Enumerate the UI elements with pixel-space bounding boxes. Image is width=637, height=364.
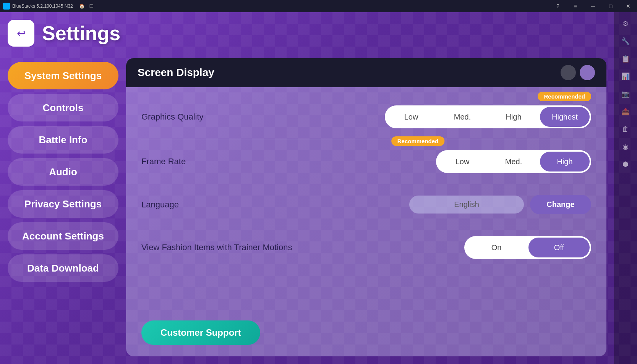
sidebar-item-account-settings[interactable]: Account Settings — [8, 222, 118, 250]
sidebar-icon-7[interactable]: 🗑 — [617, 121, 634, 138]
panel-header: Screen Display — [126, 58, 606, 87]
frame-rate-controls: Recommended Low Med. High — [245, 150, 591, 173]
graphics-quality-label: Graphics Quality — [141, 112, 237, 122]
frame-rate-low-btn[interactable]: Low — [438, 152, 487, 171]
toggle-circle-1[interactable] — [561, 65, 576, 80]
sidebar-item-label-privacy-settings: Privacy Settings — [24, 198, 102, 210]
fashion-items-off-btn[interactable]: Off — [528, 238, 590, 257]
sidebar-icon-4[interactable]: 📊 — [617, 68, 634, 85]
fashion-items-label: View Fashion Items with Trainer Motions — [141, 243, 292, 252]
frame-rate-med-btn[interactable]: Med. — [489, 152, 538, 171]
graphics-quality-controls: Recommended Low Med. High Highest — [245, 105, 591, 128]
sidebar-item-audio[interactable]: Audio — [8, 158, 118, 186]
graphics-quality-btn-group: Low Med. High Highest — [385, 105, 591, 128]
language-change-button[interactable]: Change — [530, 195, 591, 214]
header: ↩ Settings — [0, 12, 614, 54]
sidebar-item-battle-info[interactable]: Battle Info — [8, 126, 118, 154]
panel-header-toggles — [561, 65, 595, 80]
frame-rate-recommended-badge: Recommended — [391, 136, 445, 146]
sidebar-item-label-account-settings: Account Settings — [22, 230, 104, 242]
sidebar-icon-1[interactable]: ⚙ — [617, 15, 634, 32]
sidebar-icon-5[interactable]: 📷 — [617, 86, 634, 102]
fashion-items-on-btn[interactable]: On — [466, 238, 527, 257]
graphics-low-btn[interactable]: Low — [386, 107, 436, 127]
back-icon: ↩ — [17, 27, 26, 40]
app-title: BlueStacks 5.2.100.1045 N32 — [12, 3, 73, 9]
app-background: ↩ Settings ⚙ 🔧 📋 📊 📷 📤 🗑 ◉ ⬢ System Sett… — [0, 12, 637, 364]
graphics-highest-btn[interactable]: Highest — [540, 107, 590, 127]
title-bar-extra-controls: 🏠 ❐ — [78, 3, 95, 10]
fashion-items-row: View Fashion Items with Trainer Motions … — [141, 225, 591, 270]
back-button[interactable]: ↩ — [8, 20, 34, 47]
frame-rate-label: Frame Rate — [141, 157, 237, 167]
sidebar-icon-9[interactable]: ⬢ — [617, 156, 634, 173]
sidebar-icon-2[interactable]: 🔧 — [617, 33, 634, 50]
fashion-items-controls: On Off — [300, 236, 591, 259]
sidebar-item-label-battle-info: Battle Info — [39, 134, 87, 146]
panel-body: Graphics Quality Recommended Low Med. Hi… — [126, 87, 606, 313]
graphics-quality-row: Graphics Quality Recommended Low Med. Hi… — [141, 95, 591, 139]
bluestacks-logo-icon — [3, 3, 10, 10]
language-row: Language English Change — [141, 184, 591, 225]
fashion-items-toggle-group: On Off — [464, 236, 591, 259]
sidebar-icon-3[interactable]: 📋 — [617, 50, 634, 67]
language-controls: English Change — [245, 195, 591, 214]
sidebar-item-label-system-settings: System Settings — [24, 70, 102, 82]
panel-header-title: Screen Display — [138, 66, 214, 79]
toggle-circle-2[interactable] — [580, 65, 595, 80]
title-bar: BlueStacks 5.2.100.1045 N32 🏠 ❐ ? ≡ ─ □ … — [0, 0, 637, 12]
minimize-button[interactable]: ─ — [584, 0, 602, 12]
language-display: English — [409, 196, 524, 214]
menu-button[interactable]: ≡ — [567, 0, 584, 12]
left-nav: System Settings Controls Battle Info Aud… — [8, 58, 118, 356]
maximize-button[interactable]: □ — [602, 0, 619, 12]
app-logo: BlueStacks 5.2.100.1045 N32 — [3, 3, 73, 10]
sidebar-item-controls[interactable]: Controls — [8, 94, 118, 121]
sidebar-item-system-settings[interactable]: System Settings — [8, 62, 118, 89]
sidebar-item-label-audio: Audio — [49, 166, 77, 178]
settings-panel: Screen Display Graphics Quality Recommen… — [126, 58, 606, 356]
window-controls: ? ≡ ─ □ ✕ — [549, 0, 637, 12]
right-sidebar: ⚙ 🔧 📋 📊 📷 📤 🗑 ◉ ⬢ — [614, 12, 637, 364]
sidebar-item-data-download[interactable]: Data Download — [8, 254, 118, 282]
help-button[interactable]: ? — [549, 0, 567, 12]
sidebar-item-privacy-settings[interactable]: Privacy Settings — [8, 190, 118, 218]
sidebar-item-label-data-download: Data Download — [27, 262, 99, 274]
customer-support-button[interactable]: Customer Support — [141, 320, 260, 345]
graphics-recommended-badge: Recommended — [538, 92, 591, 101]
customer-support-area: Customer Support — [126, 313, 606, 349]
sidebar-icon-6[interactable]: 📤 — [617, 103, 634, 120]
frame-rate-high-btn[interactable]: High — [540, 152, 590, 171]
graphics-med-btn[interactable]: Med. — [438, 107, 487, 127]
page-title: Settings — [42, 22, 120, 45]
copy-icon[interactable]: ❐ — [88, 3, 95, 10]
sidebar-icon-8[interactable]: ◉ — [617, 138, 634, 155]
main-content: System Settings Controls Battle Info Aud… — [0, 54, 614, 364]
frame-rate-row: Frame Rate Recommended Low Med. High — [141, 139, 591, 184]
frame-rate-btn-group: Low Med. High — [436, 150, 591, 173]
graphics-high-btn[interactable]: High — [489, 107, 538, 127]
close-button[interactable]: ✕ — [619, 0, 637, 12]
sidebar-item-label-controls: Controls — [43, 102, 84, 114]
home-icon[interactable]: 🏠 — [78, 3, 86, 10]
language-label: Language — [141, 200, 237, 210]
